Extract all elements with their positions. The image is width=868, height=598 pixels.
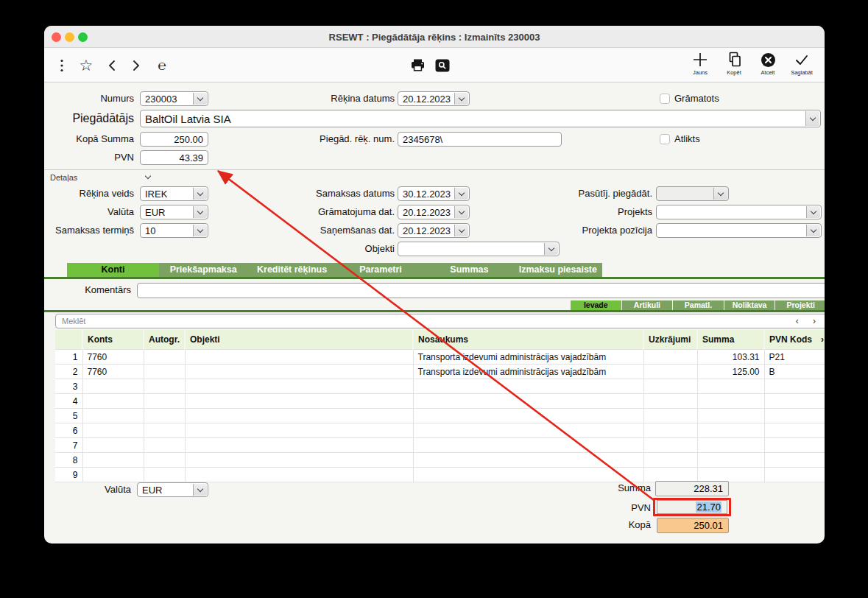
chevron-down-icon[interactable] <box>454 188 468 200</box>
cell-num[interactable]: 1 <box>55 350 82 365</box>
tab-summas[interactable]: Summas <box>425 263 513 277</box>
table-row[interactable]: 5 <box>55 409 825 423</box>
cell-pvn_kods[interactable] <box>764 423 825 438</box>
cell-uzkrajumi[interactable] <box>643 350 697 365</box>
footer-valuta-combo[interactable]: EUR <box>137 482 208 497</box>
cell-pvn_kods[interactable] <box>764 379 825 394</box>
cell-summa[interactable] <box>697 468 764 482</box>
cell-nosaukums[interactable] <box>413 438 643 453</box>
col-nosaukums[interactable]: Nosaukums <box>413 330 643 350</box>
cell-autogr[interactable] <box>144 409 185 423</box>
new-button[interactable]: Jauns <box>683 51 717 82</box>
chevron-down-icon[interactable] <box>454 93 468 105</box>
cell-num[interactable]: 9 <box>55 468 82 482</box>
table-row[interactable]: 3 <box>55 379 825 394</box>
cell-uzkrajumi[interactable] <box>643 365 697 379</box>
cell-pvn_kods[interactable] <box>764 394 825 409</box>
cell-pvn_kods[interactable]: P21 <box>764 350 825 365</box>
table-row[interactable]: 6 <box>55 423 825 438</box>
tab-kreditet-rekinus[interactable]: Kreditēt rēķinus <box>247 263 336 277</box>
cell-konts[interactable] <box>82 468 144 482</box>
subtab-noliktava[interactable]: Noliktava <box>724 300 775 310</box>
cell-summa[interactable]: 103.31 <box>697 350 764 365</box>
atlikts-checkbox[interactable] <box>660 134 670 144</box>
cell-konts[interactable] <box>82 453 144 468</box>
star-icon[interactable]: ☆ <box>75 48 97 82</box>
projekts-combo[interactable] <box>656 205 822 219</box>
cell-konts[interactable]: 7760 <box>82 365 144 379</box>
chevron-down-icon[interactable] <box>544 243 558 255</box>
cell-summa[interactable] <box>697 394 764 409</box>
table-row[interactable]: 27760Transporta izdevumi administrācijas… <box>55 365 825 379</box>
numurs-combo[interactable]: 230003 <box>140 91 208 106</box>
rekina-veids-combo[interactable]: IREK <box>140 186 208 201</box>
column-overflow-icon[interactable]: › <box>821 334 824 345</box>
col-pvn-kods[interactable]: PVN Kods › <box>764 330 825 350</box>
save-button[interactable]: Saglabāt <box>785 51 819 82</box>
sanemsanas-dat-combo[interactable]: 20.12.2023 <box>398 223 470 238</box>
cell-autogr[interactable] <box>144 365 185 379</box>
cell-autogr[interactable] <box>144 438 185 453</box>
forward-icon[interactable] <box>127 48 145 82</box>
cell-nosaukums[interactable] <box>413 394 643 409</box>
cell-summa[interactable] <box>697 379 764 394</box>
cell-autogr[interactable] <box>144 423 185 438</box>
tab-konti[interactable]: Konti <box>67 263 159 277</box>
pvn-field[interactable]: 43.39 <box>140 150 208 165</box>
table-row[interactable]: 8 <box>55 453 825 468</box>
back-icon[interactable] <box>103 48 121 82</box>
chevron-down-icon[interactable] <box>806 206 820 218</box>
cancel-button[interactable]: Atcelt <box>751 51 785 82</box>
cell-autogr[interactable] <box>144 468 185 482</box>
chevron-down-icon[interactable] <box>713 188 727 200</box>
cell-summa[interactable]: 125.00 <box>697 365 764 379</box>
cell-summa[interactable] <box>697 453 764 468</box>
cell-pvn_kods[interactable] <box>764 409 825 423</box>
col-summa[interactable]: Summa <box>697 330 764 350</box>
cell-objekti[interactable] <box>185 350 413 365</box>
cell-num[interactable]: 4 <box>55 394 82 409</box>
tab-parametri[interactable]: Parametri <box>336 263 425 277</box>
cell-pvn_kods[interactable]: B <box>764 365 825 379</box>
footer-pvn-field[interactable]: 21.70 <box>657 500 727 514</box>
cell-nosaukums[interactable]: Transporta izdevumi administrācijas vaja… <box>413 350 643 365</box>
projekta-pozicija-combo[interactable] <box>656 223 822 238</box>
copy-button[interactable]: Kopēt <box>717 51 751 82</box>
record-nav-arrows[interactable]: ‹ › <box>796 316 822 326</box>
samaksas-datums-combo[interactable]: 30.12.2023 <box>398 186 470 201</box>
cell-uzkrajumi[interactable] <box>643 379 697 394</box>
cell-num[interactable]: 6 <box>55 423 82 438</box>
col-uzkrajumi[interactable]: Uzkrājumi <box>643 330 697 350</box>
cell-konts[interactable] <box>82 379 144 394</box>
cell-nosaukums[interactable] <box>413 379 643 394</box>
cell-nosaukums[interactable]: Transporta izdevumi administrācijas vaja… <box>413 365 643 379</box>
chevron-down-icon[interactable] <box>454 225 468 236</box>
samaksas-termins-combo[interactable]: 10 <box>140 223 208 238</box>
col-konts[interactable]: Konts <box>82 330 144 350</box>
chevron-down-icon[interactable] <box>193 225 207 236</box>
cell-objekti[interactable] <box>185 468 413 482</box>
cell-pvn_kods[interactable] <box>764 438 825 453</box>
tab-prieksapmaksa[interactable]: Priekšapmaksa <box>159 263 247 277</box>
piegad-rek-num-field[interactable]: 2345678\ <box>398 132 562 147</box>
cell-objekti[interactable] <box>185 394 413 409</box>
cell-summa[interactable] <box>697 409 764 423</box>
subtab-projekti[interactable]: Projekti <box>775 300 825 310</box>
cell-summa[interactable] <box>697 423 764 438</box>
pasutij-piegadat-combo[interactable] <box>656 186 729 201</box>
cell-autogr[interactable] <box>144 350 185 365</box>
cell-objekti[interactable] <box>185 423 413 438</box>
chevron-down-icon[interactable] <box>805 111 819 126</box>
chevron-down-icon[interactable] <box>193 206 207 218</box>
col-objekti[interactable]: Objekti <box>185 330 413 350</box>
cell-objekti[interactable] <box>185 379 413 394</box>
cell-nosaukums[interactable] <box>413 453 643 468</box>
valuta-combo[interactable]: EUR <box>140 205 208 219</box>
cell-konts[interactable] <box>82 409 144 423</box>
cell-pvn_kods[interactable] <box>764 468 825 482</box>
col-autogr[interactable]: Autogr. <box>144 330 185 350</box>
kebab-menu-icon[interactable] <box>54 48 69 82</box>
komentars-input[interactable] <box>137 283 825 298</box>
subtab-pamatl[interactable]: Pamatl. <box>673 300 724 310</box>
cell-uzkrajumi[interactable] <box>643 468 697 482</box>
